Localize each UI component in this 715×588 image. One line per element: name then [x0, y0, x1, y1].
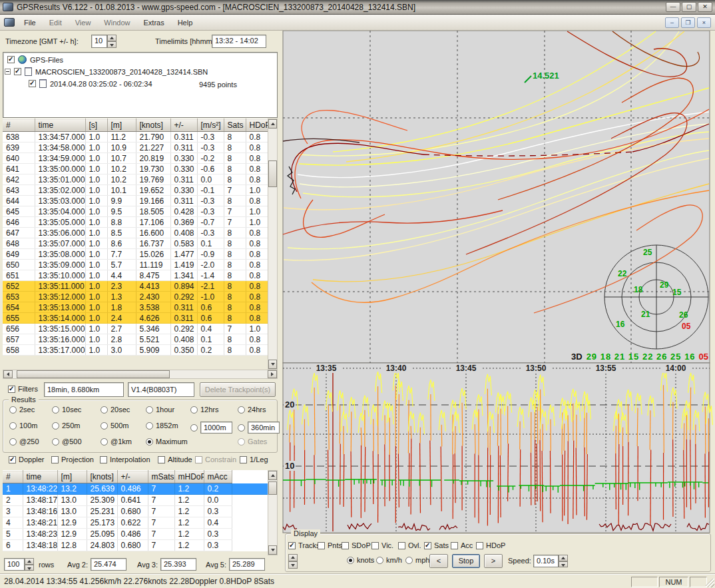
tree-checkbox[interactable] — [7, 56, 15, 63]
table-row[interactable]: 65513:35:14.0001.02.44.6260.3110.680.8 — [3, 313, 268, 324]
scroll-thumb[interactable] — [17, 370, 170, 378]
table-row[interactable]: 64413:35:03.0001.09.919.1660.311-0.380.8 — [3, 196, 268, 206]
rows-stepper[interactable] — [25, 558, 34, 571]
table-row[interactable]: 65213:35:11.0001.02.34.4130.894-2.180.8 — [3, 281, 268, 292]
radio-24hrs[interactable]: 24hrs — [238, 406, 266, 414]
scroll-down-icon[interactable] — [268, 545, 277, 555]
scroll-thumb[interactable] — [268, 160, 277, 187]
radio-10sec[interactable]: 10sec — [52, 406, 81, 414]
column-header[interactable]: HDoP — [246, 119, 268, 132]
plot-area[interactable] — [282, 31, 715, 575]
track-table-vscrollbar[interactable] — [268, 119, 278, 370]
prev-button[interactable]: < — [429, 554, 448, 568]
scroll-thumb[interactable] — [268, 481, 277, 495]
radio-250m[interactable]: 250m — [52, 422, 81, 430]
tree-checkbox[interactable] — [29, 80, 36, 87]
column-header[interactable]: [s] — [85, 119, 107, 132]
replay-speed-stepper[interactable] — [559, 555, 568, 567]
checkbox-altitude[interactable]: Altitude — [158, 455, 192, 463]
radio-100m[interactable]: 100m — [9, 422, 38, 430]
checkbox-constrain[interactable]: Constrain — [195, 455, 236, 463]
table-row[interactable]: 213:48:1713.025.3090.64171.20.0 — [3, 495, 268, 506]
mdi-close-icon[interactable]: × — [697, 17, 711, 28]
tree-item-session[interactable]: 2014.04.28 03:25:02 - 06:02:34 — [29, 79, 152, 88]
timelimits-input[interactable]: 13:32 - 14:02 — [212, 35, 266, 48]
maximize-icon[interactable]: ▢ — [682, 2, 696, 12]
scroll-left-icon[interactable] — [3, 370, 13, 378]
delete-trackpoints-button[interactable]: Delete Trackpoint(s) — [200, 382, 276, 397]
radio--500[interactable]: @500 — [52, 438, 82, 445]
table-row[interactable]: 65613:35:15.0001.02.75.3460.2920.471.0 — [3, 324, 268, 334]
table-row[interactable]: 65413:35:13.0001.01.83.5380.3110.680.8 — [3, 302, 268, 313]
radio--250[interactable]: @250 — [9, 438, 39, 445]
menu-extras[interactable]: Extras — [136, 15, 170, 30]
checkbox-doppler[interactable]: Doppler — [9, 455, 45, 463]
minimize-icon[interactable]: — — [666, 2, 680, 12]
tree-item-root[interactable]: GPS-Files — [7, 55, 63, 64]
results-table[interactable]: #time[m][knots]+/-mSatsmHDoPmAcc 113:48:… — [3, 470, 268, 551]
column-header[interactable]: Sats — [224, 119, 246, 132]
table-row[interactable]: 64813:35:07.0001.08.616.7370.5830.180.8 — [3, 238, 268, 249]
checkbox-projection[interactable]: Projection — [51, 455, 94, 463]
checkbox-filters[interactable]: Filters — [8, 385, 38, 393]
radio-1852m[interactable]: 1852m — [146, 422, 178, 430]
trackpoints-table[interactable]: #time[s][m][knots]+/-[m/s²]SatsHDoP 6381… — [3, 119, 268, 356]
radio-2sec[interactable]: 2sec — [9, 406, 35, 414]
scroll-up-icon[interactable] — [268, 471, 277, 480]
timezone-input[interactable]: 10 — [91, 35, 107, 48]
radio--1km[interactable]: @1km — [101, 438, 132, 445]
column-header[interactable]: [knots] — [87, 471, 117, 483]
checkbox-interpolation[interactable]: Interpolation — [100, 455, 150, 463]
menu-file[interactable]: File — [17, 15, 43, 30]
collapse-icon[interactable] — [5, 69, 11, 75]
scroll-down-icon[interactable] — [268, 360, 277, 369]
next-button[interactable]: > — [484, 554, 503, 568]
column-header[interactable]: [m/s²] — [197, 119, 224, 132]
filter-summary-field[interactable]: 18min, 8.680km — [44, 382, 124, 397]
table-row[interactable]: 64313:35:02.0001.010.119.6520.330-0.171.… — [3, 185, 268, 196]
column-header[interactable]: +/- — [117, 471, 148, 483]
table-row[interactable]: 65113:35:10.0001.04.48.4751.341-1.480.8 — [3, 270, 268, 281]
table-row[interactable]: 64213:35:01.0001.010.219.7690.3110.080.8 — [3, 174, 268, 185]
avg3-value[interactable]: 25.393 — [160, 558, 196, 571]
resize-grip-icon[interactable] — [706, 579, 714, 587]
column-header[interactable]: # — [3, 119, 35, 132]
radio-maximum[interactable]: Maximum — [146, 438, 188, 445]
radio-km-h[interactable]: km/h — [376, 556, 402, 564]
results-table-vscrollbar[interactable] — [268, 470, 278, 555]
filters-checkbox[interactable] — [8, 386, 15, 393]
mdi-minimize-icon[interactable]: – — [665, 17, 679, 28]
scroll-up-icon[interactable] — [268, 119, 277, 129]
column-header[interactable]: # — [3, 471, 23, 483]
column-header[interactable]: mSats — [148, 471, 174, 483]
column-header[interactable]: mHDoP — [174, 471, 204, 483]
table-row[interactable]: 64613:35:05.0001.08.817.1060.369-0.771.0 — [3, 217, 268, 228]
radio-knots[interactable]: knots — [347, 556, 374, 564]
table-row[interactable]: 513:48:2312.925.0950.48671.20.3 — [3, 529, 268, 540]
tree-item-file[interactable]: MACROSCIEN_133200873_20140428_132414.SBN — [5, 67, 208, 76]
radio-custom[interactable]: 360min — [238, 422, 280, 434]
table-header-row[interactable]: #time[m][knots]+/-mSatsmHDoPmAcc — [3, 471, 268, 483]
table-row[interactable]: 65813:35:17.0001.03.05.9090.3500.280.8 — [3, 345, 268, 356]
table-row[interactable]: 64913:35:08.0001.07.715.0261.477-0.980.8 — [3, 249, 268, 260]
table-row[interactable]: 413:48:2112.925.1730.62271.20.4 — [3, 517, 268, 529]
column-header[interactable]: +/- — [170, 119, 197, 132]
menu-window[interactable]: Window — [97, 15, 136, 30]
table-row[interactable]: 65313:35:12.0001.01.32.4300.292-1.080.8 — [3, 292, 268, 302]
table-row[interactable]: 65013:35:09.0001.05.711.1191.419-2.080.8 — [3, 260, 268, 270]
column-header[interactable]: mAcc — [204, 471, 232, 483]
table-row[interactable]: 313:48:1613.025.2310.68071.20.3 — [3, 506, 268, 517]
table-row[interactable]: 65713:35:16.0001.02.85.5210.4080.180.8 — [3, 334, 268, 345]
menu-help[interactable]: Help — [171, 15, 200, 30]
table-header-row[interactable]: #time[s][m][knots]+/-[m/s²]SatsHDoP — [3, 119, 268, 132]
radio-custom[interactable]: 1000m — [190, 422, 232, 434]
table-row[interactable]: 613:48:1812.824.8030.68071.20.3 — [3, 540, 268, 551]
firmware-field[interactable]: V1.4(B0803T) — [128, 382, 194, 397]
radio-12hrs[interactable]: 12hrs — [190, 406, 219, 414]
table-row[interactable]: 113:48:2213.225.6390.48671.20.2 — [3, 483, 268, 495]
avg2-value[interactable]: 25.474 — [91, 558, 126, 571]
radio-mph[interactable]: mph — [405, 556, 429, 564]
mdi-restore-icon[interactable]: ❐ — [681, 17, 695, 28]
radio-20sec[interactable]: 20sec — [101, 406, 130, 414]
column-header[interactable]: time — [35, 119, 85, 132]
